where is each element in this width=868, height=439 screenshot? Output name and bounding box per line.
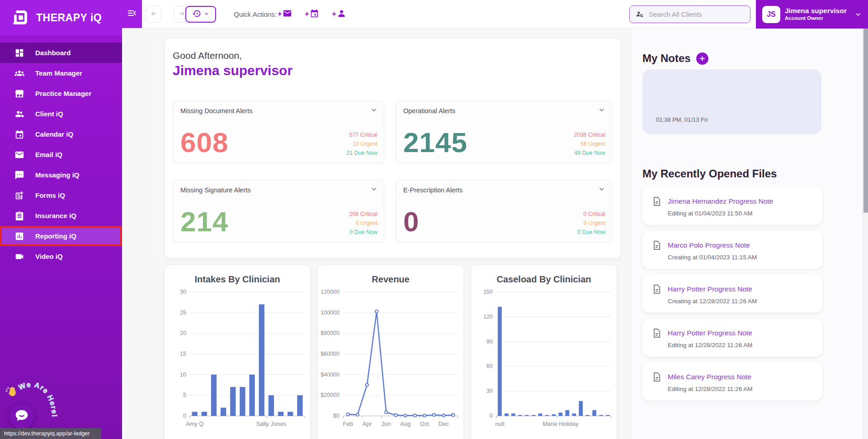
file-name-link[interactable]: Marco Polo Progress Note: [668, 241, 750, 249]
alert-card-title: E-Prescription Alerts: [403, 186, 462, 194]
chevron-down-icon[interactable]: [370, 186, 377, 193]
svg-text:30: 30: [180, 289, 186, 295]
file-name-link[interactable]: Miles Carey Progress Note: [668, 373, 751, 381]
right-panel: My Notes 01:38 PM, 01/13 Fri My Recently…: [631, 29, 863, 439]
document-icon: [651, 372, 662, 382]
sidebar-item-messaging-iq[interactable]: Messaging iQ: [0, 165, 122, 185]
history-button[interactable]: [185, 6, 216, 23]
chevron-down-icon[interactable]: [598, 186, 605, 193]
clients-icon: [14, 109, 24, 119]
sidebar-item-label: Video iQ: [35, 253, 63, 260]
sidebar-item-label: Insurance iQ: [35, 212, 76, 220]
alert-due-count: 0 Due Now: [577, 228, 605, 237]
sidebar-item-calendar-iq[interactable]: Calendar iQ: [0, 124, 122, 144]
sidebar-item-label: Email iQ: [35, 151, 62, 158]
email-icon: [14, 150, 24, 160]
chevron-down-icon[interactable]: [598, 106, 605, 114]
file-name-link[interactable]: Harry Potter Progress Note: [668, 285, 752, 293]
reporting-icon: [14, 231, 24, 241]
chat-widget-button[interactable]: [9, 404, 34, 429]
alert-breakdown: 0 Critical0 Urgent0 Due Now: [577, 210, 605, 237]
chart-title: Caseload By Clinician: [471, 274, 617, 285]
alert-urgent-count: 6 Urgent: [349, 219, 377, 228]
status-bar-url: https://dev.therapyiq.app/ar-ledger: [0, 428, 101, 439]
svg-text:20: 20: [180, 330, 186, 336]
recent-file-card[interactable]: Marco Polo Progress NoteCreating at 01/0…: [642, 231, 822, 269]
svg-text:60: 60: [486, 363, 493, 369]
history-icon: [192, 9, 201, 20]
scrollbar-thumb[interactable]: [863, 29, 868, 213]
app-title: THERAPY iQ: [36, 12, 102, 24]
greeting-user-name: Jimena supervisor: [173, 63, 292, 78]
svg-text:30: 30: [486, 388, 493, 394]
sidebar-item-label: Dashboard: [35, 49, 71, 57]
quick-action-new-client-button[interactable]: [329, 7, 349, 21]
sidebar-collapse-button[interactable]: [122, 0, 142, 28]
sidebar-item-reporting-iq[interactable]: Reporting iQ: [0, 226, 122, 246]
recent-file-card[interactable]: Harry Potter Progress NoteEditing at 12/…: [642, 319, 822, 357]
alert-due-count: 49 Due Now: [574, 148, 605, 157]
alert-count: 0: [403, 205, 419, 238]
revenue-chart-card: Revenue $0$20000$40000$60000$80000100000…: [317, 265, 464, 439]
svg-text:5: 5: [183, 392, 186, 398]
app-logo[interactable]: THERAPY iQ: [0, 0, 122, 35]
sidebar-item-practice-manager[interactable]: Practice Manager: [0, 83, 122, 104]
sidebar-item-label: Client iQ: [35, 110, 63, 118]
file-name-link[interactable]: Harry Potter Progress Note: [668, 329, 752, 337]
missing-signature-alerts-card: Missing Signature Alerts214208 Critical6…: [173, 180, 384, 243]
messaging-icon: [14, 170, 24, 180]
recent-files-title: My Recently Opened Files: [642, 167, 777, 180]
team-icon: [14, 68, 24, 78]
file-name-link[interactable]: Jimena Hernandez Progress Note: [668, 197, 773, 205]
alert-card-title: Operational Alerts: [403, 107, 455, 115]
missing-document-alerts-card: Missing Document Alerts608577 Critical10…: [173, 101, 384, 163]
alert-critical-count: 2038 Critical: [574, 130, 605, 139]
caseload-chart-canvas: 0306090120150nullMarie Holiday: [471, 286, 618, 431]
quick-action-new-appointment-button[interactable]: [302, 7, 322, 21]
sidebar-item-client-iq[interactable]: Client iQ: [0, 104, 122, 124]
alert-critical-count: 0 Critical: [577, 210, 605, 219]
svg-text:Jun: Jun: [382, 420, 391, 427]
welcome-card: Good Afternoon, Jimena supervisor Missin…: [165, 38, 621, 258]
document-icon: [651, 240, 662, 251]
alert-urgent-count: 10 Urgent: [346, 139, 377, 148]
svg-text:Dec: Dec: [439, 420, 449, 427]
search-clients-box: [629, 5, 750, 23]
chevron-down-icon[interactable]: [370, 106, 377, 114]
chevron-down-icon: [203, 10, 209, 19]
svg-text:Amy Q: Amy Q: [186, 420, 204, 427]
note-card[interactable]: 01:38 PM, 01/13 Fri: [642, 69, 821, 134]
recent-file-card[interactable]: Harry Potter Progress NoteCreating at 12…: [642, 275, 822, 313]
sidebar-item-team-manager[interactable]: Team Manager: [0, 63, 122, 83]
svg-text:15: 15: [180, 351, 186, 357]
user-menu[interactable]: JS Jimena supervisor Account Owner: [756, 0, 868, 29]
sidebar-nav: DashboardTeam ManagerPractice ManagerCli…: [0, 43, 122, 267]
sidebar-item-label: Practice Manager: [35, 90, 91, 97]
quick-action-new-email-button[interactable]: [275, 7, 295, 21]
sidebar-item-email-iq[interactable]: Email iQ: [0, 144, 122, 165]
alert-critical-count: 577 Critical: [346, 130, 377, 139]
recent-file-card[interactable]: Miles Carey Progress NoteEditing at 12/2…: [642, 363, 822, 401]
recent-file-card[interactable]: Jimena Hernandez Progress NoteEditing at…: [642, 187, 822, 225]
add-note-button[interactable]: [696, 52, 708, 65]
alert-urgent-count: 0 Urgent: [577, 219, 605, 228]
chart-title: Revenue: [318, 274, 463, 285]
user-role: Account Owner: [785, 15, 847, 22]
alert-breakdown: 2038 Critical56 Urgent49 Due Now: [574, 130, 605, 157]
sidebar-item-dashboard[interactable]: Dashboard: [0, 43, 122, 63]
sidebar-item-video-iq[interactable]: Video iQ: [0, 246, 122, 267]
greeting-salutation: Good Afternoon,: [173, 50, 242, 61]
sidebar-item-insurance-iq[interactable]: Insurance iQ: [0, 205, 122, 226]
svg-text:120000: 120000: [321, 289, 340, 295]
revenue-chart-canvas: $0$20000$40000$60000$80000100000120000Fe…: [318, 286, 465, 431]
document-icon: [651, 284, 662, 295]
svg-text:$40000: $40000: [321, 372, 340, 378]
search-input[interactable]: [649, 10, 739, 18]
sidebar-item-forms-iq[interactable]: Forms iQ: [0, 185, 122, 205]
alert-count: 2145: [403, 126, 467, 158]
back-button[interactable]: [146, 6, 161, 23]
svg-text:$60000: $60000: [321, 351, 340, 357]
sidebar-item-label: Reporting iQ: [35, 232, 76, 240]
user-name: Jimena supervisor: [785, 7, 847, 15]
file-activity-timestamp: Editing at 01/04/2023 11:50 AM: [668, 210, 813, 217]
